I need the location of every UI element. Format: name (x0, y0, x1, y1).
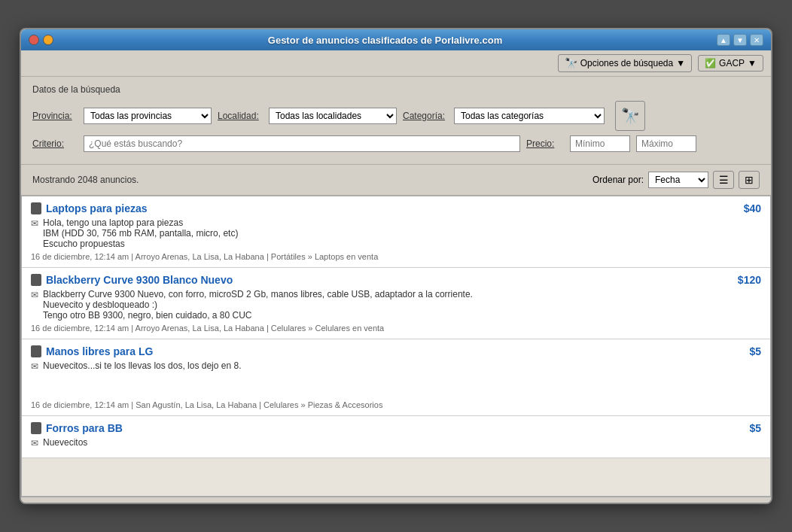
gacp-check-icon: ✅ (705, 58, 716, 68)
precio-min-input[interactable] (570, 135, 630, 152)
gacp-label: GACP (719, 58, 745, 68)
listing-desc: ✉ Blackberry Curve 9300 Nuevo, con forro… (31, 289, 761, 321)
search-options-label: Opciones de búsqueda (580, 58, 673, 68)
localidad-select[interactable]: Todas las localidades (269, 108, 397, 124)
list-item[interactable]: Forros para BB $5 ✉ Nuevecitos (22, 416, 770, 458)
listing-price: $5 (749, 345, 761, 357)
listing-header: Blackberry Curve 9300 Blanco Nuevo $120 (31, 274, 761, 286)
main-window: Gestor de anuncios clasificados de Porla… (20, 28, 772, 504)
provincia-label: Provincia: (32, 111, 78, 121)
titlebar-buttons (29, 35, 53, 45)
criterio-input[interactable] (84, 135, 520, 152)
results-bar: Mostrando 2048 anuncios. Ordenar por: Fe… (21, 165, 771, 196)
scroll-down-btn[interactable]: ▼ (733, 34, 747, 46)
mail-icon: ✉ (31, 290, 38, 321)
close-control-btn[interactable]: ✕ (750, 34, 763, 46)
minimize-button[interactable] (43, 35, 53, 45)
categoria-label: Categoría: (403, 111, 448, 121)
titlebar: Gestor de anuncios clasificados de Porla… (21, 29, 771, 50)
mobile-icon (31, 274, 41, 286)
listing-desc: ✉ Nuevecitos...si te los llevas los dos,… (31, 360, 761, 372)
titlebar-controls: ▲ ▼ ✕ (717, 34, 763, 46)
listing-desc: ✉ Hola, tengo una laptop para piezasIBM … (31, 217, 761, 249)
mobile-icon (31, 422, 41, 434)
bottom-bar (21, 497, 771, 503)
listing-header: Laptops para piezas $40 (31, 202, 761, 214)
listing-price: $5 (749, 422, 761, 434)
listing-price: $120 (738, 274, 761, 286)
localidad-label: Localidad: (218, 111, 263, 121)
grid-view-button[interactable]: ⊞ (739, 171, 760, 189)
listing-title[interactable]: Manos libres para LG (31, 345, 153, 357)
listing-meta: 16 de diciembre, 12:14 am | San Agustín,… (31, 400, 761, 409)
listing-meta: 16 de diciembre, 12:14 am | Arroyo Arena… (31, 324, 761, 333)
mobile-icon (31, 345, 41, 357)
listing-header: Manos libres para LG $5 (31, 345, 761, 357)
listing-header: Forros para BB $5 (31, 422, 761, 434)
listing-title[interactable]: Forros para BB (31, 422, 123, 434)
listing-price: $40 (744, 202, 761, 214)
search-button[interactable]: 🔭 (615, 101, 645, 131)
categoria-select[interactable]: Todas las categorías (454, 108, 605, 124)
mail-icon: ✉ (31, 218, 38, 249)
listings-area[interactable]: Laptops para piezas $40 ✉ Hola, tengo un… (21, 196, 771, 497)
search-section-title: Datos de la búsqueda (32, 84, 760, 95)
scroll-up-btn[interactable]: ▲ (717, 34, 730, 46)
listing-title[interactable]: Blackberry Curve 9300 Blanco Nuevo (31, 274, 233, 286)
list-item[interactable]: Blackberry Curve 9300 Blanco Nuevo $120 … (22, 268, 770, 339)
list-view-button[interactable]: ☰ (713, 171, 734, 189)
search-row-2: Criterio: Precio: (32, 135, 760, 152)
gacp-dropdown-icon: ▼ (748, 58, 757, 68)
listing-meta: 16 de diciembre, 12:14 am | Arroyo Arena… (31, 252, 761, 261)
binoculars-icon: 🔭 (565, 57, 577, 69)
results-count: Mostrando 2048 anuncios. (32, 175, 139, 185)
list-item[interactable]: Laptops para piezas $40 ✉ Hola, tengo un… (22, 196, 770, 268)
dropdown-arrow-icon: ▼ (676, 58, 685, 68)
toolbar: 🔭 Opciones de búsqueda ▼ ✅ GACP ▼ (21, 50, 771, 77)
precio-max-input[interactable] (636, 135, 696, 152)
precio-label: Precio: (526, 138, 564, 149)
search-options-button[interactable]: 🔭 Opciones de búsqueda ▼ (558, 54, 692, 72)
provincia-select[interactable]: Todas las provincias (84, 108, 212, 124)
search-row-1: Provincia: Todas las provincias Localida… (32, 101, 760, 131)
sort-label: Ordenar por: (592, 175, 644, 185)
window-title: Gestor de anuncios clasificados de Porla… (53, 35, 717, 46)
mobile-icon (31, 202, 41, 214)
sort-select[interactable]: Fecha (648, 172, 708, 188)
criterio-label: Criterio: (32, 138, 78, 149)
gacp-button[interactable]: ✅ GACP ▼ (698, 55, 763, 71)
sort-section: Ordenar por: Fecha ☰ ⊞ (592, 171, 760, 189)
search-binoculars-icon: 🔭 (621, 107, 640, 125)
list-item[interactable]: Manos libres para LG $5 ✉ Nuevecitos...s… (22, 339, 770, 416)
mail-icon: ✉ (31, 361, 38, 372)
close-button[interactable] (29, 35, 39, 45)
search-section: Datos de la búsqueda Provincia: Todas la… (21, 77, 771, 165)
mail-icon: ✉ (31, 438, 38, 448)
listing-title[interactable]: Laptops para piezas (31, 202, 148, 214)
listing-desc: ✉ Nuevecitos (31, 437, 761, 448)
